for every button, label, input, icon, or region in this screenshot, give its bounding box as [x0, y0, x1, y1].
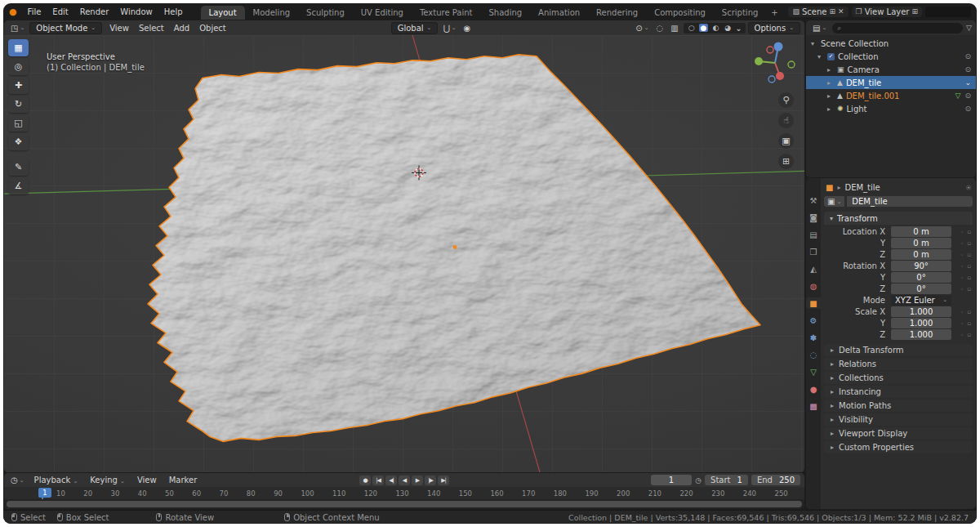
caret-down-icon[interactable]: ▾ — [811, 40, 817, 47]
overlays-toggle[interactable]: ◌ — [654, 23, 666, 33]
workspace-tab[interactable]: Rendering — [588, 6, 646, 20]
tab-output[interactable]: ▤ — [806, 229, 821, 240]
tab-scene[interactable]: ◭ — [806, 263, 821, 275]
gizmo-toggle[interactable]: ⊙ ⌄ — [633, 23, 651, 33]
caret-down-icon[interactable]: ▾ — [817, 53, 824, 60]
pan-button[interactable]: ☝ — [778, 113, 794, 128]
topbar-menu-item[interactable]: Render — [74, 6, 115, 18]
collapsed-panel-header[interactable]: ▸ Instancing — [824, 386, 973, 398]
lock-icon[interactable]: ◦ — [960, 309, 964, 315]
gizmo-y-axis[interactable] — [755, 57, 763, 65]
workspace-tab[interactable]: UV Editing — [353, 6, 412, 20]
collapsed-panel-header[interactable]: ▸ Motion Paths — [824, 400, 973, 412]
collapsed-panel-header[interactable]: ▸ Viewport Display — [824, 427, 973, 440]
playback-button[interactable]: |▶ — [425, 476, 436, 485]
tab-physics[interactable]: ◌ — [806, 349, 821, 360]
chevron-down-icon[interactable]: ⌄ — [964, 78, 971, 87]
playback-button[interactable]: ◀ — [399, 476, 410, 485]
collapsed-panel-header[interactable]: ▸ Relations — [824, 358, 973, 370]
playback-button[interactable]: |◀ — [372, 476, 384, 485]
eye-icon[interactable]: ⊙ — [964, 65, 971, 74]
caret-right-icon[interactable]: ▸ — [827, 105, 834, 113]
tab-object[interactable]: ■ — [806, 297, 821, 309]
shading-solid-button[interactable]: ● — [699, 24, 709, 32]
workspace-tab[interactable]: Scripting — [714, 6, 766, 20]
scale-field[interactable]: 1.000 — [891, 306, 951, 317]
eye-icon[interactable]: ⊙ — [964, 105, 971, 113]
zoom-button[interactable]: ⚲ — [778, 92, 794, 108]
timeline-editor-type-button[interactable]: ◷ ⌄ — [8, 475, 27, 485]
playhead[interactable]: 1 — [38, 488, 51, 498]
shading-rendered-button[interactable]: ◕ — [723, 24, 733, 32]
viewport-canvas[interactable]: User Perspective (1) Collection | DEM_ti… — [4, 35, 804, 472]
animate-decorator-icon[interactable]: ▫ — [967, 286, 971, 293]
tab-texture[interactable]: ▩ — [806, 400, 821, 412]
current-frame-field[interactable]: 1 — [651, 475, 692, 485]
eye-icon[interactable]: ⊙ — [964, 52, 971, 60]
outliner-row-scene-collection[interactable]: ▾ Scene Collection — [806, 37, 976, 50]
outliner-row-collection[interactable]: ▾ ✓ Collection ⊙ — [806, 50, 976, 63]
viewport-menu-item[interactable]: Object — [194, 23, 231, 33]
tab-material[interactable]: ● — [806, 383, 821, 395]
collapsed-panel-header[interactable]: ▸ Collections — [824, 372, 973, 384]
add-workspace-button[interactable]: + — [766, 6, 782, 20]
outliner-search-input[interactable]: ⌕ — [832, 23, 963, 33]
camera-view-button[interactable]: ▣ — [778, 133, 794, 149]
new-scene-icon[interactable]: ⊞ — [829, 7, 835, 16]
playback-menu[interactable]: Playback ⌄ — [29, 475, 83, 485]
tool-rotate[interactable]: ↻ — [8, 96, 29, 113]
orientation-dropdown[interactable]: Global ⌄ — [391, 22, 439, 34]
collapsed-panel-header[interactable]: ▸ Delta Transform — [824, 344, 973, 356]
tab-layout[interactable]: Layout — [201, 6, 245, 20]
proportional-edit-toggle[interactable]: ◉ — [461, 23, 474, 33]
scale-field[interactable]: 1.000 — [891, 318, 951, 328]
tab-view-layer[interactable]: ❐ — [806, 246, 821, 257]
caret-right-icon[interactable]: ▸ — [827, 66, 834, 74]
animate-decorator-icon[interactable]: ▫ — [967, 275, 971, 281]
transform-panel-header[interactable]: ▾ Transform — [824, 212, 973, 225]
topbar-menu-item[interactable]: Help — [158, 6, 189, 18]
timeline-scrollbar[interactable] — [4, 499, 804, 509]
pin-icon[interactable]: ⍟ — [966, 183, 971, 193]
filter-icon[interactable]: ▽ — [966, 24, 972, 32]
collapsed-panel-header[interactable]: ▸ Visibility — [824, 413, 973, 426]
outliner-row-light[interactable]: ▸ ✺ Light ⊙ — [806, 102, 976, 115]
tab-world[interactable]: ◍ — [806, 280, 821, 292]
scene-selector[interactable]: ▧ Scene ⊞ ✕ — [788, 7, 848, 17]
workspace-tab[interactable]: Modeling — [245, 6, 299, 20]
editor-type-button[interactable]: ◳ ⌄ — [8, 23, 27, 33]
rotation-field[interactable]: 0° — [891, 272, 951, 283]
playback-button[interactable]: ◀| — [385, 476, 397, 485]
workspace-tab[interactable]: Texture Paint — [412, 6, 481, 20]
tool-annotate[interactable]: ✎ — [8, 159, 29, 176]
location-field[interactable]: 0 m — [891, 249, 951, 260]
caret-right-icon[interactable]: ▸ — [827, 92, 834, 100]
gizmo-z-axis[interactable] — [774, 42, 783, 51]
tab-render[interactable]: ◙ — [806, 212, 821, 223]
lock-icon[interactable]: ◦ — [960, 275, 964, 281]
animate-decorator-icon[interactable]: ▫ — [967, 309, 971, 315]
unlink-scene-icon[interactable]: ✕ — [838, 7, 844, 16]
lock-icon[interactable]: ◦ — [960, 229, 964, 235]
topbar-menu-item[interactable]: Edit — [47, 6, 74, 18]
shading-material-button[interactable]: ◐ — [710, 24, 720, 32]
browse-object-button[interactable]: ▣ ⌄ — [824, 196, 844, 207]
location-field[interactable]: 0 m — [891, 226, 951, 237]
timeline-ruler[interactable]: 1020304050607080901001101201301401501601… — [4, 487, 804, 499]
object-mode-dropdown[interactable]: Object Mode ⌄ — [29, 22, 102, 34]
topbar-menu-item[interactable]: File — [22, 6, 47, 18]
blender-logo-icon[interactable]: ● — [9, 7, 17, 17]
lock-icon[interactable]: ◦ — [960, 263, 964, 270]
view-layer-field[interactable] — [925, 7, 971, 17]
options-dropdown[interactable]: Options ⌄ — [748, 22, 800, 34]
viewport-menu-item[interactable]: Add — [169, 23, 194, 33]
object-name-field[interactable]: DEM_tile — [847, 196, 973, 207]
timeline-scrollbar-thumb[interactable] — [7, 501, 802, 507]
add-view-layer-icon[interactable]: ⊞ — [911, 7, 918, 16]
frame-start-field[interactable]: Start 1 — [705, 475, 748, 485]
outliner-row-camera[interactable]: ▸ ▣ Camera ⊙ — [806, 63, 976, 76]
tool-select-box[interactable]: ▦ — [8, 39, 29, 56]
collection-checkbox[interactable]: ✓ — [827, 53, 835, 60]
caret-right-icon[interactable]: ▸ — [827, 79, 834, 87]
tool-measure[interactable]: ∡ — [8, 177, 29, 194]
